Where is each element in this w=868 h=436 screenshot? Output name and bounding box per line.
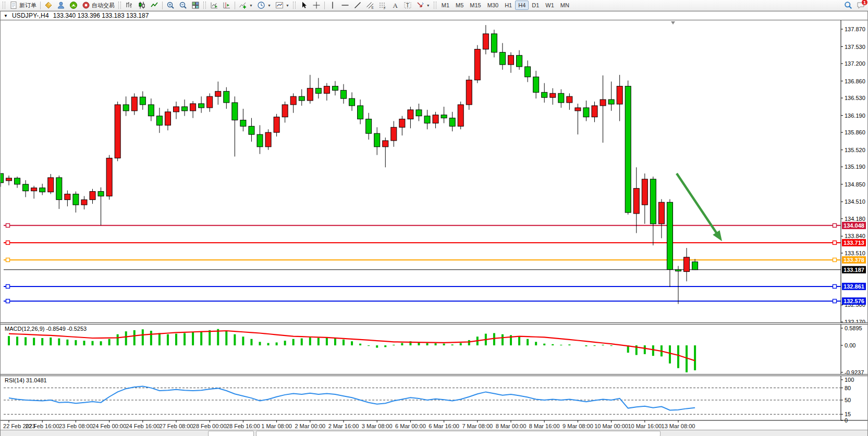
candle-body [31, 188, 37, 191]
candle-body [483, 34, 488, 49]
timeframe-mn[interactable]: MN [557, 1, 572, 10]
hline-handle[interactable] [833, 223, 837, 227]
hline-handle[interactable] [6, 223, 10, 227]
chart-ohlc-values: 133.340 133.396 133.183 133.187 [53, 12, 149, 19]
candle-body [416, 110, 422, 116]
hline-handle[interactable] [6, 241, 10, 244]
time-tick-label: 6 Mar 00:00 [395, 423, 426, 429]
candle-body [341, 90, 347, 98]
candle-body [575, 108, 581, 111]
chart-title-bar[interactable]: ▼ USDJPY-,H4 133.340 133.396 133.183 133… [1, 11, 867, 20]
cursor-button[interactable] [298, 0, 310, 10]
signal-icon [69, 1, 78, 9]
toolbar-grip[interactable] [434, 2, 436, 9]
autotrading-button[interactable]: 自动交易 [80, 0, 117, 10]
horizontal-line-button[interactable] [339, 0, 351, 10]
hline-handle[interactable] [833, 284, 837, 288]
arrows-icon [416, 1, 424, 9]
hline-handle[interactable] [833, 299, 837, 303]
notifications-button[interactable]: 1 [854, 0, 867, 10]
time-tick-label: 10 Mar 16:00 [628, 423, 662, 429]
person-icon [57, 1, 65, 9]
timeframe-label: M15 [470, 2, 481, 8]
status-bar [1, 430, 867, 436]
timeframe-d1[interactable]: D1 [529, 1, 542, 10]
chart-canvas[interactable]: 137.870137.530137.200136.860136.530136.1… [1, 20, 867, 430]
text-button[interactable]: A [389, 0, 401, 10]
time-tick-label: 7 Mar 08:00 [462, 423, 493, 429]
toolbar-grip[interactable] [203, 2, 206, 9]
candle-body [374, 133, 380, 147]
crosshair-button[interactable] [310, 0, 323, 10]
notification-badge: 1 [862, 0, 867, 5]
zoom-out-button[interactable] [177, 0, 189, 10]
timeframe-label: H1 [505, 2, 512, 8]
chart-shift-button[interactable] [221, 0, 233, 10]
toolbar-separator [162, 2, 163, 9]
timeframe-label: H4 [518, 2, 525, 8]
timeframe-label: M30 [487, 2, 498, 8]
time-tick-label: 24 Feb 00:00 [92, 423, 126, 429]
svg-text:F: F [384, 6, 386, 10]
tile-windows-button[interactable] [189, 0, 202, 10]
time-tick-label: 22 Feb 16:00 [26, 423, 59, 429]
timeframe-w1[interactable]: W1 [542, 1, 557, 10]
time-tick-label: 23 Feb 08:00 [59, 423, 93, 429]
label-icon: T [404, 1, 412, 9]
chat-icon: 1 [857, 1, 865, 9]
timeframe-m1[interactable]: M1 [438, 1, 453, 10]
price-tick-label: 136.860 [845, 78, 865, 84]
hline-handle[interactable] [6, 284, 10, 288]
candle-body [349, 98, 355, 106]
price-tick-label: 135.190 [845, 164, 865, 170]
tile-windows-icon [191, 1, 200, 9]
search-button[interactable] [842, 0, 854, 10]
zoom-in-button[interactable] [164, 0, 177, 10]
auto-scroll-button[interactable] [208, 0, 221, 10]
toolbar-grip[interactable] [3, 2, 5, 9]
signals-button[interactable] [67, 0, 80, 10]
candle-body [123, 105, 129, 111]
indicators-icon [239, 1, 247, 9]
market-watch-button[interactable] [42, 0, 55, 10]
toolbar-grip[interactable] [293, 2, 296, 9]
text-label-button[interactable]: T [401, 0, 414, 10]
candle-body [517, 55, 522, 67]
arrows-button[interactable]: ▼ [414, 0, 432, 10]
candle-body [533, 77, 539, 93]
timeframe-h4[interactable]: H4 [515, 1, 529, 10]
candle-body [65, 194, 70, 200]
templates-button[interactable]: ▼ [273, 0, 291, 10]
fibonacci-button[interactable]: F [376, 0, 389, 10]
candle-body [165, 112, 170, 126]
candle-body [265, 132, 271, 147]
price-tick-label: 137.530 [845, 44, 865, 50]
time-tick-label: 2 Mar 00:00 [295, 423, 325, 429]
line-chart-button[interactable] [148, 0, 161, 10]
timeframe-m15[interactable]: M15 [467, 1, 484, 10]
indicators-button[interactable]: ▼ [237, 0, 255, 10]
hline-handle[interactable] [6, 258, 10, 261]
new-order-button[interactable]: 新订单 [7, 0, 39, 10]
candlestick-chart-button[interactable] [136, 0, 148, 10]
timeframe-h1[interactable]: H1 [502, 1, 515, 10]
timeframe-m5[interactable]: M5 [453, 1, 467, 10]
toolbar-grip[interactable] [118, 2, 121, 9]
equidistant-channel-button[interactable]: E [364, 0, 376, 10]
timeframe-label: D1 [532, 2, 539, 8]
hline-handle[interactable] [6, 299, 10, 303]
clock-icon [257, 1, 265, 9]
auto-scroll-icon [210, 1, 218, 9]
candle-body [249, 126, 254, 134]
hline-handle[interactable] [833, 258, 837, 261]
periods-button[interactable]: ▼ [255, 0, 273, 10]
navigator-button[interactable] [55, 0, 67, 10]
timeframe-m30[interactable]: M30 [484, 1, 502, 10]
candle-body [115, 105, 120, 158]
vertical-line-button[interactable] [326, 0, 339, 10]
hline-handle[interactable] [833, 241, 837, 244]
chart-dropdown-icon[interactable]: ▼ [4, 14, 8, 18]
svg-text:T: T [406, 3, 409, 8]
trendline-button[interactable] [351, 0, 364, 10]
bar-chart-button[interactable] [123, 0, 136, 10]
